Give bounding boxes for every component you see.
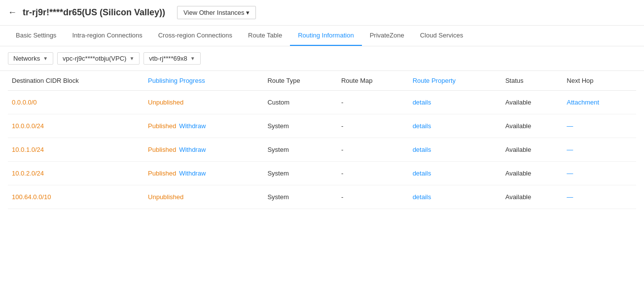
- cell-status: Available: [501, 138, 563, 162]
- cell-route-map: -: [337, 185, 409, 209]
- network-filter-label: Networks: [13, 55, 40, 62]
- cell-route-property: details: [409, 162, 501, 185]
- cell-publishing: PublishedWithdraw: [144, 162, 263, 185]
- table-row: 10.0.2.0/24PublishedWithdrawSystem-detai…: [8, 162, 636, 185]
- col-header-route-property: Route Property: [409, 71, 501, 91]
- cell-status: Available: [501, 114, 563, 138]
- cell-cidr: 10.0.1.0/24: [8, 138, 144, 162]
- tab-intra-region[interactable]: Intra-region Connections: [64, 26, 150, 46]
- cell-route-map: -: [337, 138, 409, 162]
- col-header-publishing: Publishing Progress: [144, 71, 263, 91]
- col-header-next-hop: Next Hop: [563, 71, 636, 91]
- col-header-cidr: Destination CIDR Block: [8, 71, 144, 91]
- cell-route-type: System: [263, 114, 337, 138]
- cell-route-map: -: [337, 162, 409, 185]
- routing-table: Destination CIDR Block Publishing Progre…: [8, 71, 636, 209]
- cell-publishing: PublishedWithdraw: [144, 138, 263, 162]
- cell-route-property: details: [409, 138, 501, 162]
- col-header-route-type: Route Type: [263, 71, 337, 91]
- vpc-filter-value: vpc-rj9c****otbju(VPC): [63, 55, 126, 62]
- cell-publishing: Unpublished: [144, 91, 263, 114]
- route-property-details-link[interactable]: details: [413, 193, 431, 201]
- view-other-instances-button[interactable]: View Other Instances ▾: [177, 6, 256, 19]
- instance-title: tr-rj9r!****dr65(US (Silicon Valley)): [23, 7, 165, 18]
- col-header-route-map: Route Map: [337, 71, 409, 91]
- routing-table-container: Destination CIDR Block Publishing Progre…: [0, 71, 644, 209]
- cell-cidr: 10.0.2.0/24: [8, 162, 144, 185]
- cell-cidr: 10.0.0.0/24: [8, 114, 144, 138]
- cell-publishing: Unpublished: [144, 185, 263, 209]
- route-property-details-link[interactable]: details: [413, 99, 431, 106]
- publishing-status: Unpublished: [148, 193, 183, 201]
- route-property-details-link[interactable]: details: [413, 122, 431, 130]
- back-button[interactable]: ←: [8, 7, 17, 18]
- publishing-status: Published: [148, 146, 176, 153]
- publishing-status: Published: [148, 170, 176, 177]
- tab-routing-information[interactable]: Routing Information: [290, 26, 361, 46]
- tab-route-table[interactable]: Route Table: [240, 26, 290, 46]
- vtb-filter-value: vtb-rj****69x8: [149, 55, 187, 62]
- route-property-details-link[interactable]: details: [413, 146, 431, 153]
- cell-cidr: 100.64.0.0/10: [8, 185, 144, 209]
- cell-route-type: System: [263, 185, 337, 209]
- cell-route-map: -: [337, 114, 409, 138]
- cell-status: Available: [501, 162, 563, 185]
- tab-basic-settings[interactable]: Basic Settings: [8, 26, 64, 46]
- table-header-row: Destination CIDR Block Publishing Progre…: [8, 71, 636, 91]
- table-row: 100.64.0.0/10UnpublishedSystem-detailsAv…: [8, 185, 636, 209]
- cell-status: Available: [501, 91, 563, 114]
- vpc-filter-arrow: ▼: [129, 56, 134, 61]
- cell-route-property: details: [409, 114, 501, 138]
- cell-status: Available: [501, 185, 563, 209]
- tab-bar: Basic Settings Intra-region Connections …: [0, 26, 644, 46]
- cell-cidr: 0.0.0.0/0: [8, 91, 144, 114]
- withdraw-link[interactable]: Withdraw: [179, 122, 206, 130]
- cell-publishing: PublishedWithdraw: [144, 114, 263, 138]
- publishing-status: Unpublished: [148, 99, 183, 106]
- cell-next-hop: —: [563, 162, 636, 185]
- cell-route-type: Custom: [263, 91, 337, 114]
- vpc-filter[interactable]: vpc-rj9c****otbju(VPC) ▼: [57, 52, 140, 65]
- withdraw-link[interactable]: Withdraw: [179, 146, 206, 153]
- table-row: 0.0.0.0/0UnpublishedCustom-detailsAvaila…: [8, 91, 636, 114]
- vtb-filter-arrow: ▼: [190, 56, 195, 61]
- cell-route-property: details: [409, 91, 501, 114]
- route-property-details-link[interactable]: details: [413, 170, 431, 177]
- cell-next-hop: —: [563, 114, 636, 138]
- cell-route-type: System: [263, 162, 337, 185]
- page-header: ← tr-rj9r!****dr65(US (Silicon Valley)) …: [0, 0, 644, 26]
- network-filter[interactable]: Networks ▼: [8, 52, 53, 65]
- tab-cross-region[interactable]: Cross-region Connections: [150, 26, 240, 46]
- tab-cloud-services[interactable]: Cloud Services: [412, 26, 471, 46]
- network-filter-arrow: ▼: [43, 56, 48, 61]
- cell-route-type: System: [263, 138, 337, 162]
- filter-bar: Networks ▼ vpc-rj9c****otbju(VPC) ▼ vtb-…: [0, 46, 644, 71]
- cell-route-property: details: [409, 185, 501, 209]
- table-row: 10.0.1.0/24PublishedWithdrawSystem-detai…: [8, 138, 636, 162]
- vtb-filter[interactable]: vtb-rj****69x8 ▼: [143, 52, 200, 65]
- table-row: 10.0.0.0/24PublishedWithdrawSystem-detai…: [8, 114, 636, 138]
- cell-next-hop: —: [563, 185, 636, 209]
- withdraw-link[interactable]: Withdraw: [179, 170, 206, 177]
- cell-route-map: -: [337, 91, 409, 114]
- cell-next-hop[interactable]: Attachment: [563, 91, 636, 114]
- publishing-status: Published: [148, 122, 176, 130]
- col-header-status: Status: [501, 71, 563, 91]
- cell-next-hop: —: [563, 138, 636, 162]
- tab-private-zone[interactable]: PrivateZone: [362, 26, 412, 46]
